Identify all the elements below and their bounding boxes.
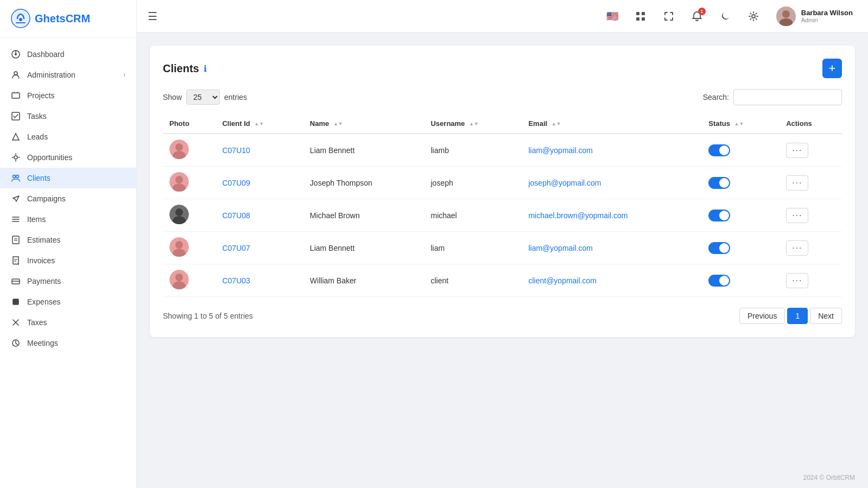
language-selector[interactable]: 🇺🇸	[603, 7, 622, 26]
sidebar-item-administration[interactable]: Administration›	[0, 65, 136, 85]
client-id-cell[interactable]: C07U03	[216, 264, 303, 297]
sidebar-item-payments[interactable]: Payments	[0, 271, 136, 291]
client-email-cell[interactable]: joseph@yopmail.com	[522, 167, 702, 199]
clients-icon	[11, 173, 21, 183]
client-id-link[interactable]: C07U08	[222, 211, 250, 220]
client-id-cell[interactable]: C07U09	[216, 167, 303, 199]
sidebar-item-items[interactable]: Items	[0, 209, 136, 230]
sidebar-item-meetings[interactable]: Meetings	[0, 333, 136, 353]
client-email-cell[interactable]: client@yopmail.com	[522, 264, 702, 297]
sidebar-item-opportunities[interactable]: Opportunities	[0, 147, 136, 168]
status-toggle[interactable]	[708, 242, 730, 254]
client-status-cell[interactable]	[702, 264, 780, 297]
add-client-button[interactable]: +	[822, 59, 842, 78]
client-id-link[interactable]: C07U03	[222, 276, 250, 285]
sidebar-item-taxes[interactable]: Taxes	[0, 312, 136, 333]
grid-icon[interactable]	[631, 7, 650, 26]
table-row: C07U10Liam Bennettliambliam@yopmail.com·…	[163, 134, 842, 167]
sidebar: GhetsCRM DashboardAdministration›Project…	[0, 0, 137, 488]
col-actions: Actions	[780, 114, 842, 134]
sidebar-item-invoices[interactable]: Invoices	[0, 250, 136, 271]
client-email-link[interactable]: joseph@yopmail.com	[528, 179, 601, 187]
client-id-link[interactable]: C07U10	[222, 146, 250, 155]
logo[interactable]: GhetsCRM	[0, 0, 136, 37]
client-email-cell[interactable]: liam@yopmail.com	[522, 134, 702, 167]
client-email-cell[interactable]: liam@yopmail.com	[522, 232, 702, 264]
sidebar-item-campaigns[interactable]: Campaigns	[0, 188, 136, 209]
menu-toggle-icon[interactable]: ☰	[148, 10, 157, 23]
opportunities-icon	[11, 153, 21, 162]
search-input[interactable]	[733, 89, 842, 105]
invoices-icon	[11, 256, 21, 265]
sidebar-item-label: Clients	[27, 174, 50, 182]
client-email-link[interactable]: client@yopmail.com	[528, 276, 596, 285]
client-actions-cell[interactable]: ···	[780, 199, 842, 232]
actions-button[interactable]: ···	[786, 143, 808, 158]
client-id-cell[interactable]: C07U08	[216, 199, 303, 232]
client-actions-cell[interactable]: ···	[780, 134, 842, 167]
sidebar-item-leads[interactable]: Leads	[0, 126, 136, 147]
clients-table-body: C07U10Liam Bennettliambliam@yopmail.com·…	[163, 134, 842, 297]
dark-mode-icon[interactable]	[715, 7, 735, 26]
previous-button[interactable]: Previous	[739, 308, 785, 324]
search-wrap: Search:	[703, 89, 842, 105]
sidebar-item-tasks[interactable]: Tasks	[0, 106, 136, 126]
sidebar-item-dashboard[interactable]: Dashboard	[0, 44, 136, 65]
entries-per-page-select[interactable]: 10 25 50 100	[186, 90, 220, 105]
sidebar-item-label: Administration	[27, 71, 75, 79]
client-id-cell[interactable]: C07U07	[216, 232, 303, 264]
sidebar-item-expenses[interactable]: Expenses	[0, 291, 136, 312]
col-username[interactable]: Username ▲▼	[424, 114, 522, 134]
notifications-icon[interactable]: 1	[687, 7, 707, 26]
col-client-id[interactable]: Client Id ▲▼	[216, 114, 303, 134]
sort-icons: ▲▼	[469, 122, 479, 126]
client-id-link[interactable]: C07U09	[222, 179, 250, 187]
svg-point-41	[175, 208, 183, 216]
client-email-link[interactable]: liam@yopmail.com	[528, 244, 592, 252]
client-status-cell[interactable]	[702, 232, 780, 264]
client-email-cell[interactable]: michael.brown@yopmail.com	[522, 199, 702, 232]
client-status-cell[interactable]	[702, 134, 780, 167]
fullscreen-icon[interactable]	[659, 7, 679, 26]
client-name-cell: Liam Bennett	[303, 134, 425, 167]
sidebar-item-label: Items	[27, 215, 46, 224]
info-icon[interactable]: ℹ	[204, 64, 207, 74]
col-status[interactable]: Status ▲▼	[702, 114, 780, 134]
client-id-cell[interactable]: C07U10	[216, 134, 303, 167]
client-actions-cell[interactable]: ···	[780, 167, 842, 199]
card-header: Clients ℹ +	[163, 59, 842, 78]
sort-icons: ▲▼	[254, 122, 264, 126]
col-photo: Photo	[163, 114, 216, 134]
status-toggle[interactable]	[708, 210, 730, 221]
sidebar-item-clients[interactable]: Clients	[0, 168, 136, 188]
client-status-cell[interactable]	[702, 199, 780, 232]
content-area: Clients ℹ + Show 10 25 50 100 entries	[137, 33, 868, 467]
actions-button[interactable]: ···	[786, 240, 808, 256]
client-email-link[interactable]: michael.brown@yopmail.com	[528, 211, 628, 220]
page-1-button[interactable]: 1	[787, 308, 808, 324]
col-name[interactable]: Name ▲▼	[303, 114, 425, 134]
client-photo-cell	[163, 134, 216, 167]
client-email-link[interactable]: liam@yopmail.com	[528, 146, 592, 155]
sidebar-item-estimates[interactable]: Estimates	[0, 230, 136, 250]
actions-button[interactable]: ···	[786, 175, 808, 191]
client-actions-cell[interactable]: ···	[780, 264, 842, 297]
campaigns-icon	[11, 194, 21, 204]
svg-point-10	[13, 175, 16, 178]
next-button[interactable]: Next	[810, 308, 842, 324]
client-id-link[interactable]: C07U07	[222, 244, 250, 252]
user-info: Barbara Wilson Admin	[801, 9, 853, 23]
actions-button[interactable]: ···	[786, 208, 808, 223]
actions-button[interactable]: ···	[786, 273, 808, 288]
client-actions-cell[interactable]: ···	[780, 232, 842, 264]
status-toggle[interactable]	[708, 177, 730, 189]
user-profile[interactable]: Barbara Wilson Admin	[772, 4, 857, 28]
client-status-cell[interactable]	[702, 167, 780, 199]
status-toggle[interactable]	[708, 144, 730, 156]
table-header: Photo Client Id ▲▼ Name ▲▼ Username ▲▼ E…	[163, 114, 842, 134]
col-email[interactable]: Email ▲▼	[522, 114, 702, 134]
sidebar-item-projects[interactable]: Projects	[0, 85, 136, 106]
footer: 2024 © OrbitCRM	[137, 467, 868, 488]
settings-icon[interactable]	[744, 7, 763, 26]
status-toggle[interactable]	[708, 275, 730, 287]
